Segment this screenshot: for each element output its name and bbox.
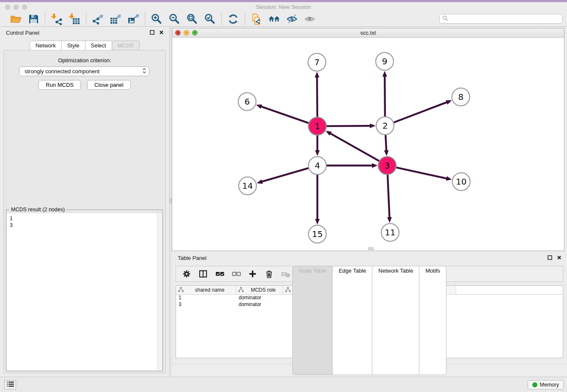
zoom-out-icon[interactable] [168, 13, 180, 25]
toolbar-group [222, 13, 245, 25]
edge-1-6[interactable] [261, 107, 308, 123]
edge-3-1[interactable] [330, 133, 379, 161]
edge-4-14[interactable] [262, 168, 308, 182]
node-2[interactable]: 2 [376, 117, 394, 135]
tab-mcds[interactable]: MCDS [112, 41, 140, 50]
task-list-icon [7, 381, 14, 388]
run-mcds-button[interactable]: Run MCDS [39, 80, 81, 90]
status-bar: Memory [0, 377, 567, 392]
toolbar-group [245, 13, 321, 25]
edge-3-10[interactable] [396, 168, 447, 179]
table-panel-title: Table Panel [178, 255, 206, 261]
open-session-icon[interactable] [10, 13, 22, 25]
svg-text:15: 15 [312, 229, 322, 239]
close-table-panel-icon[interactable] [556, 255, 562, 260]
control-panel-header: Control Panel [0, 27, 169, 39]
zoom-in-icon[interactable] [151, 13, 162, 25]
svg-text:3: 3 [385, 160, 390, 171]
tab-node-table[interactable]: Node Table [292, 266, 333, 375]
svg-text:11: 11 [385, 227, 395, 237]
tab-network-table[interactable]: Network Table [372, 266, 419, 375]
table-panel-header: Table Panel [172, 252, 567, 264]
tab-select[interactable]: Select [85, 41, 112, 50]
criterion-dropdown[interactable]: strongly connected component [19, 66, 149, 76]
svg-text:9: 9 [382, 56, 388, 66]
main-toolbar [0, 12, 567, 27]
control-panel-title: Control Panel [6, 30, 39, 36]
network-graph[interactable]: 7968124314101511 [172, 38, 564, 251]
control-panel-tabs: NetworkStyleSelectMCDS [0, 41, 169, 50]
edge-1-2[interactable] [327, 126, 370, 126]
search-box[interactable] [439, 14, 563, 24]
tab-motifs[interactable]: Motifs [419, 266, 446, 375]
svg-text:6: 6 [245, 97, 250, 107]
mcds-result-groupbox: MCDS result (2 nodes) 13 [6, 210, 163, 371]
horizontal-divider-grip[interactable] [368, 247, 374, 250]
home-icon[interactable] [268, 13, 280, 25]
mcds-result-textarea[interactable]: 13 [7, 213, 162, 370]
zoom-selected-icon[interactable] [204, 13, 216, 25]
svg-text:8: 8 [458, 92, 464, 102]
console-button[interactable] [4, 380, 16, 389]
search-input[interactable] [448, 16, 560, 22]
tab-style[interactable]: Style [61, 41, 85, 50]
tab-edge-table[interactable]: Edge Table [332, 266, 372, 375]
float-table-panel-icon[interactable] [547, 255, 553, 260]
mcds-result-line: 1 [10, 215, 162, 222]
edge-3-11[interactable] [388, 175, 390, 218]
zoom-fit-icon[interactable] [186, 13, 198, 25]
refresh-layout-icon[interactable] [227, 13, 239, 25]
node-6[interactable]: 6 [238, 93, 256, 110]
node-7[interactable]: 7 [308, 53, 326, 71]
close-panel-icon[interactable] [159, 30, 164, 35]
edge-2-8[interactable] [394, 102, 447, 122]
node-10[interactable]: 10 [452, 173, 470, 190]
edge-2-9[interactable] [385, 76, 385, 116]
result-scrollbar[interactable] [157, 213, 162, 370]
import-network-icon[interactable] [51, 13, 63, 25]
node-9[interactable]: 9 [376, 52, 394, 70]
control-panel: Control Panel NetworkStyleSelectMCDS Opt… [0, 27, 169, 377]
edge-1-7[interactable] [317, 77, 317, 117]
memory-label: Memory [540, 382, 559, 388]
svg-text:14: 14 [242, 181, 253, 191]
float-panel-icon[interactable] [149, 30, 155, 35]
duplicate-network-icon[interactable] [250, 13, 262, 25]
svg-text:7: 7 [314, 57, 320, 67]
import-table-icon[interactable] [69, 13, 80, 25]
toolbar-group [145, 13, 221, 25]
toolbar-icon-groups [4, 13, 321, 25]
network-window-title: scc.txt [172, 30, 564, 36]
node-8[interactable]: 8 [452, 88, 470, 106]
save-session-icon[interactable] [28, 13, 39, 25]
show-graphics-icon[interactable] [304, 13, 316, 25]
svg-text:10: 10 [456, 177, 466, 187]
node-11[interactable]: 11 [381, 224, 399, 241]
toolbar-group [45, 13, 86, 25]
mcds-result-values: 13 [7, 213, 162, 229]
edge-2-3[interactable] [385, 135, 386, 151]
close-panel-button[interactable]: Close panel [87, 80, 131, 90]
titlebar: Session: New Session [0, 2, 567, 12]
tab-network[interactable]: Network [30, 41, 62, 50]
node-15[interactable]: 15 [308, 225, 326, 243]
node-14[interactable]: 14 [239, 177, 256, 195]
network-view-window: x – + scc.txt 7968124314101511 [172, 28, 564, 251]
svg-text:4: 4 [315, 160, 320, 171]
mcds-tab-content: Optimization criterion: strongly connect… [3, 50, 166, 373]
toolbar-group [4, 13, 45, 25]
node-1[interactable]: 1 [308, 117, 326, 135]
export-network-icon[interactable] [92, 13, 104, 25]
session-title: Session: New Session [0, 4, 567, 10]
memory-button[interactable]: Memory [528, 380, 564, 389]
network-canvas[interactable]: 7968124314101511 [172, 38, 564, 251]
node-3[interactable]: 3 [378, 157, 396, 174]
hide-graphics-icon[interactable] [286, 13, 298, 25]
svg-text:2: 2 [383, 121, 388, 131]
node-4[interactable]: 4 [308, 157, 326, 174]
mcds-result-line: 3 [10, 222, 162, 229]
network-window-titlebar: x – + scc.txt [172, 28, 564, 38]
export-table-icon[interactable] [110, 13, 121, 25]
export-image-icon[interactable] [127, 13, 139, 25]
memory-status-dot [532, 382, 537, 387]
